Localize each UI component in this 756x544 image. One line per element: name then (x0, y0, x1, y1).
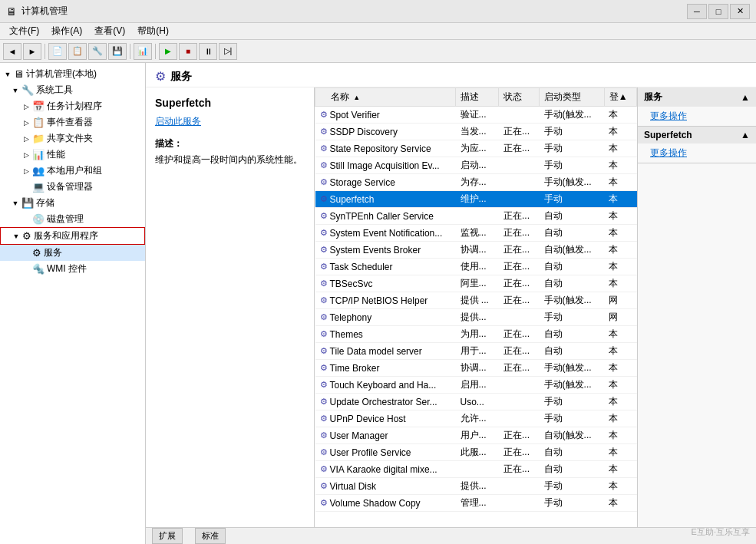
toolbar-restart-button[interactable]: ▷| (219, 43, 237, 60)
service-row-icon: ⚙ (320, 160, 328, 170)
toolbar-btn-2[interactable]: 📋 (68, 43, 87, 60)
action-more-actions-2[interactable]: 更多操作 (638, 143, 756, 163)
table-row[interactable]: ⚙Volume Shadow Copy管理...手动本 (315, 495, 637, 512)
service-name-text: Task Scheduler (330, 262, 393, 272)
table-row[interactable]: ⚙Themes为用...正在...自动本 (315, 326, 637, 343)
table-row[interactable]: ⚙Still Image Acquisition Ev...启动...手动本 (315, 157, 637, 174)
service-row-icon: ⚙ (320, 481, 328, 491)
service-row-icon: ⚙ (320, 127, 328, 137)
service-row-icon: ⚙ (320, 447, 328, 457)
service-desc-cell: 协调... (456, 360, 499, 377)
service-name-text: Tile Data model server (330, 346, 422, 357)
service-startup-cell: 手动 (540, 309, 605, 326)
table-row[interactable]: ⚙Virtual Disk提供...手动本 (315, 478, 637, 495)
service-name-cell: ⚙Virtual Disk (315, 478, 456, 495)
service-row-icon: ⚙ (320, 397, 328, 407)
table-row[interactable]: ⚙User Manager用户...正在...自动(触发...本 (315, 427, 637, 444)
menu-item[interactable]: 查看(V) (88, 23, 131, 39)
table-row[interactable]: ⚙Storage Service为存...手动(触发...本 (315, 174, 637, 191)
toolbar-forward-button[interactable]: ► (23, 43, 41, 60)
tree-disk-mgmt[interactable]: 💿 磁盘管理 (0, 211, 145, 227)
service-startup-cell: 自动 (540, 461, 605, 478)
col-header-name[interactable]: 名称 ▲ (315, 88, 456, 107)
tree-device-mgr[interactable]: 💻 设备管理器 (0, 179, 145, 195)
tree-system-tools[interactable]: ▼ 🔧 系统工具 (0, 82, 145, 98)
table-row[interactable]: ⚙TCP/IP NetBIOS Helper提供 ...正在...手动(触发..… (315, 292, 637, 309)
service-startup-cell: 自动 (540, 225, 605, 242)
table-row[interactable]: ⚙SynTPEnh Caller Service正在...自动本 (315, 208, 637, 225)
table-row[interactable]: ⚙TBSecSvc阿里...正在...自动本 (315, 275, 637, 292)
maximize-button[interactable]: □ (708, 4, 728, 19)
table-row[interactable]: ⚙System Events Broker协调...正在...自动(触发...本 (315, 242, 637, 259)
toolbar-back-button[interactable]: ◄ (3, 43, 21, 60)
table-row[interactable]: ⚙Time Broker协调...正在...手动(触发...本 (315, 360, 637, 377)
window-controls: ─ □ ✕ (687, 4, 750, 19)
table-row[interactable]: ⚙Tile Data model server用于...正在...自动本 (315, 343, 637, 360)
table-row[interactable]: ⚙Superfetch维护...手动本 (315, 191, 637, 208)
table-row[interactable]: ⚙Touch Keyboard and Ha...启用...手动(触发...本 (315, 377, 637, 394)
table-row[interactable]: ⚙Task Scheduler使用...正在...自动本 (315, 259, 637, 275)
services-table-container[interactable]: 名称 ▲ 描述 状态 启动类型 登▲ ⚙Spot Verifier验证...手动… (315, 87, 637, 527)
toolbar-btn-5[interactable]: 📊 (134, 43, 152, 60)
actions-superfetch-label: Superfetch (644, 130, 692, 140)
service-name-text: Virtual Disk (330, 481, 376, 492)
tree-task-scheduler[interactable]: ▷ 📅 任务计划程序 (0, 98, 145, 114)
tree-services[interactable]: ⚙ 服务 (0, 245, 145, 261)
service-desc-cell: 启动... (456, 157, 499, 174)
service-status-cell: 正在... (499, 461, 540, 478)
table-row[interactable]: ⚙VIA Karaoke digital mixe...正在...自动本 (315, 461, 637, 478)
table-row[interactable]: ⚙Telephony提供...手动网 (315, 309, 637, 326)
tab-standard[interactable]: 标准 (195, 528, 226, 544)
table-row[interactable]: ⚙UPnP Device Host允许...手动本 (315, 410, 637, 427)
tree-events-label: 事件查看器 (47, 116, 93, 129)
tree-services-apps[interactable]: ▼ ⚙ 服务和应用程序 (0, 227, 145, 245)
toolbar-btn-1[interactable]: 📄 (48, 43, 67, 60)
tree-root[interactable]: ▼ 🖥 计算机管理(本地) (0, 66, 145, 82)
toolbar-separator-2 (130, 44, 130, 59)
service-name-text: Time Broker (330, 363, 380, 374)
tree-event-viewer[interactable]: ▷ 📋 事件查看器 (0, 114, 145, 130)
service-logon-cell: 本 (604, 107, 636, 124)
tree-expand-systools: ▼ (11, 86, 20, 95)
minimize-button[interactable]: ─ (687, 4, 707, 19)
tab-extended[interactable]: 扩展 (152, 528, 183, 544)
service-desc-cell: 当发... (456, 124, 499, 140)
toolbar-stop-button[interactable]: ■ (179, 43, 197, 60)
menu-item[interactable]: 文件(F) (3, 23, 45, 39)
tree-local-users[interactable]: ▷ 👥 本地用户和组 (0, 163, 145, 179)
service-row-icon: ⚙ (320, 194, 328, 204)
services-header-icon: ⚙ (155, 69, 166, 84)
service-desc-cell: 此服... (456, 444, 499, 461)
service-startup-cell: 手动(触发... (540, 360, 605, 377)
toolbar-play-button[interactable]: ▶ (159, 43, 177, 60)
tree-svc-label: 服务 (44, 246, 62, 259)
toolbar-btn-4[interactable]: 💾 (108, 43, 127, 60)
toolbar-btn-3[interactable]: 🔧 (88, 43, 107, 60)
service-startup-cell: 手动 (540, 394, 605, 410)
col-header-status[interactable]: 状态 (499, 88, 540, 107)
table-row[interactable]: ⚙Update Orchestrator Ser...Uso...手动本 (315, 394, 637, 410)
table-row[interactable]: ⚙User Profile Service此服...正在...自动本 (315, 444, 637, 461)
table-row[interactable]: ⚙SSDP Discovery当发...正在...手动本 (315, 124, 637, 140)
tree-storage[interactable]: ▼ 💾 存储 (0, 195, 145, 211)
menu-item[interactable]: 帮助(H) (131, 23, 175, 39)
table-row[interactable]: ⚙State Repository Service为应...正在...手动本 (315, 140, 637, 157)
tree-shared-folders[interactable]: ▷ 📁 共享文件夹 (0, 130, 145, 147)
service-startup-cell: 手动 (540, 410, 605, 427)
table-row[interactable]: ⚙Spot Verifier验证...手动(触发...本 (315, 107, 637, 124)
col-header-logon[interactable]: 登▲ (604, 88, 636, 107)
tree-wmi[interactable]: 🔩 WMI 控件 (0, 261, 145, 277)
col-header-startup[interactable]: 启动类型 (540, 88, 605, 107)
service-logon-cell: 本 (604, 394, 636, 410)
detail-start-link[interactable]: 启动此服务 (155, 115, 305, 128)
service-name-cell: ⚙Storage Service (315, 174, 456, 191)
toolbar-pause-button[interactable]: ⏸ (199, 43, 217, 60)
menu-item[interactable]: 操作(A) (45, 23, 88, 39)
col-header-desc[interactable]: 描述 (456, 88, 499, 107)
action-more-actions-1[interactable]: 更多操作 (638, 107, 756, 126)
table-row[interactable]: ⚙System Event Notification...监视...正在...自… (315, 225, 637, 242)
close-button[interactable]: ✕ (730, 4, 750, 19)
actions-services-section: 服务 ▲ 更多操作 (638, 87, 756, 127)
service-name-cell: ⚙VIA Karaoke digital mixe... (315, 461, 456, 478)
tree-performance[interactable]: ▷ 📊 性能 (0, 147, 145, 163)
